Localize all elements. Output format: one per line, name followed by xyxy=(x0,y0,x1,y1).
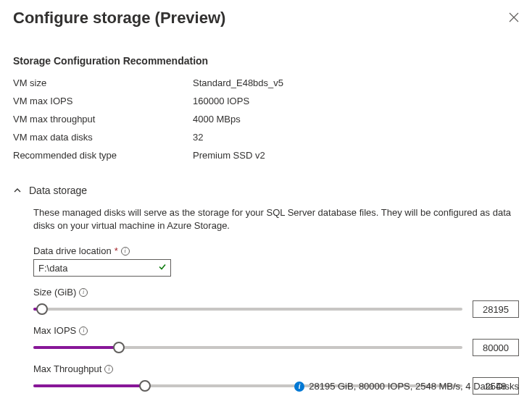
kv-label: VM size xyxy=(13,77,193,88)
recommendation-table: VM sizeStandard_E48bds_v5VM max IOPS1600… xyxy=(13,74,519,164)
slider-label: Max IOPSi xyxy=(33,325,519,336)
kv-value: 160000 IOPS xyxy=(193,96,249,106)
table-row: VM max data disks32 xyxy=(13,128,519,146)
table-row: Recommended disk typePremium SSD v2 xyxy=(13,146,519,164)
info-icon[interactable]: i xyxy=(121,247,130,256)
data-storage-description: These managed disks will serve as the st… xyxy=(33,206,519,232)
info-icon: i xyxy=(294,382,304,392)
info-icon[interactable]: i xyxy=(79,327,88,335)
close-icon[interactable] xyxy=(509,11,519,26)
slider-thumb[interactable] xyxy=(113,342,125,353)
recommendation-heading: Storage Configuration Recommendation xyxy=(13,55,519,67)
slider-thumb[interactable] xyxy=(139,380,151,392)
drive-location-input[interactable] xyxy=(33,259,171,277)
slider-value-input[interactable] xyxy=(473,300,519,318)
data-storage-title: Data storage xyxy=(29,185,87,196)
table-row: VM sizeStandard_E48bds_v5 xyxy=(13,74,519,92)
slider-row: Size (GiB)i xyxy=(33,287,519,318)
kv-value: Standard_E48bds_v5 xyxy=(193,77,283,88)
table-row: VM max IOPS160000 IOPS xyxy=(13,92,519,110)
slider-label: Max Throughputi xyxy=(33,363,519,374)
check-icon xyxy=(158,263,167,274)
kv-label: VM max data disks xyxy=(13,132,193,143)
kv-label: VM max throughput xyxy=(13,114,193,125)
table-row: VM max throughput4000 MBps xyxy=(13,110,519,128)
data-storage-toggle[interactable]: Data storage xyxy=(13,185,519,196)
kv-value: Premium SSD v2 xyxy=(193,150,265,161)
info-icon[interactable]: i xyxy=(79,288,88,297)
storage-summary-text: 28195 GiB, 80000 IOPS, 2548 MB/s, 4 Data… xyxy=(309,381,519,392)
slider-track[interactable] xyxy=(33,303,462,316)
slider-row: Max IOPSi xyxy=(33,325,519,356)
chevron-up-icon xyxy=(13,186,22,195)
slider-label: Size (GiB)i xyxy=(33,287,519,298)
required-marker: * xyxy=(115,245,118,256)
kv-value: 32 xyxy=(193,132,203,143)
slider-value-input[interactable] xyxy=(473,339,519,356)
kv-label: Recommended disk type xyxy=(13,150,193,161)
slider-track[interactable] xyxy=(33,341,462,354)
page-title: Configure storage (Preview) xyxy=(13,9,225,28)
drive-location-label: Data drive location * i xyxy=(33,245,519,256)
info-icon[interactable]: i xyxy=(104,365,113,374)
kv-value: 4000 MBps xyxy=(193,114,241,125)
kv-label: VM max IOPS xyxy=(13,96,193,106)
slider-thumb[interactable] xyxy=(36,303,48,315)
storage-summary: i 28195 GiB, 80000 IOPS, 2548 MB/s, 4 Da… xyxy=(294,381,519,392)
